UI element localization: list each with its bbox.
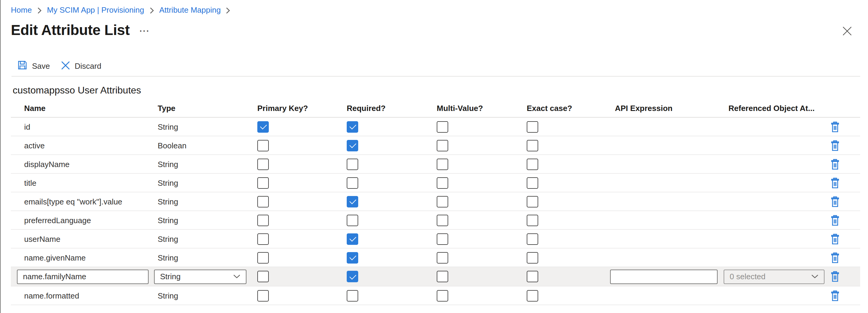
- trash-icon: [830, 271, 840, 282]
- primary-key-checkbox[interactable]: [257, 158, 269, 170]
- trash-icon: [830, 290, 840, 301]
- multi-value-checkbox[interactable]: [437, 271, 448, 282]
- multi-value-checkbox[interactable]: [437, 158, 448, 170]
- delete-attribute-button[interactable]: [830, 290, 840, 301]
- required-checkbox[interactable]: [347, 140, 358, 151]
- primary-key-checkbox[interactable]: [257, 140, 269, 151]
- api-expression-input[interactable]: [610, 269, 718, 284]
- context-menu-button[interactable]: ···: [140, 27, 150, 35]
- required-checkbox[interactable]: [347, 177, 358, 188]
- blade-left-border: [0, 0, 1, 313]
- close-button[interactable]: [842, 26, 852, 36]
- column-header-multi-value: Multi-Value?: [437, 104, 527, 113]
- table-header-row: Name Type Primary Key? Required? Multi-V…: [11, 100, 860, 117]
- close-icon: [842, 29, 852, 38]
- page-title: Edit Attribute List: [11, 22, 130, 39]
- attribute-type: String: [158, 178, 257, 187]
- exact-case-checkbox[interactable]: [527, 177, 538, 188]
- exact-case-checkbox[interactable]: [527, 121, 538, 132]
- required-checkbox[interactable]: [347, 121, 358, 132]
- attribute-type: String: [158, 253, 257, 262]
- multi-value-checkbox[interactable]: [437, 196, 448, 207]
- multi-value-checkbox[interactable]: [437, 214, 448, 226]
- column-header-primary-key: Primary Key?: [257, 104, 347, 113]
- delete-attribute-button[interactable]: [830, 140, 840, 151]
- delete-attribute-button[interactable]: [830, 233, 840, 245]
- attribute-name: name.givenName: [24, 253, 158, 262]
- breadcrumb-link-attribute-mapping[interactable]: Attribute Mapping: [159, 5, 221, 15]
- primary-key-checkbox[interactable]: [257, 271, 269, 282]
- column-header-referenced-object: Referenced Object At...: [728, 104, 830, 113]
- delete-attribute-button[interactable]: [830, 271, 840, 282]
- primary-key-checkbox[interactable]: [257, 214, 269, 226]
- primary-key-checkbox[interactable]: [257, 252, 269, 263]
- multi-value-checkbox[interactable]: [437, 252, 448, 263]
- chevron-right-icon: [226, 7, 230, 14]
- section-title: customappsso User Attributes: [13, 85, 141, 96]
- attribute-row: activeBoolean: [11, 136, 860, 155]
- attribute-type-select[interactable]: String: [154, 269, 246, 284]
- primary-key-checkbox[interactable]: [257, 290, 269, 301]
- attribute-name: title: [24, 178, 158, 187]
- multi-value-checkbox[interactable]: [437, 140, 448, 151]
- attribute-row: name.formattedString: [11, 286, 860, 305]
- multi-value-checkbox[interactable]: [437, 121, 448, 132]
- exact-case-checkbox[interactable]: [527, 233, 538, 245]
- delete-attribute-button[interactable]: [830, 196, 840, 207]
- delete-attribute-button[interactable]: [830, 158, 840, 170]
- multi-value-checkbox[interactable]: [437, 233, 448, 245]
- trash-icon: [830, 252, 840, 263]
- attribute-type: String: [158, 122, 257, 131]
- primary-key-checkbox[interactable]: [257, 196, 269, 207]
- chevron-down-icon: [233, 274, 240, 279]
- exact-case-checkbox[interactable]: [527, 196, 538, 207]
- multi-value-checkbox[interactable]: [437, 290, 448, 301]
- delete-attribute-button[interactable]: [830, 177, 840, 188]
- exact-case-checkbox[interactable]: [527, 271, 538, 282]
- attribute-row: displayNameString: [11, 155, 860, 174]
- attribute-row-editing: String0 selected: [11, 267, 860, 286]
- attribute-name: id: [24, 122, 158, 131]
- required-checkbox[interactable]: [347, 214, 358, 226]
- attribute-row: name.givenNameString: [11, 248, 860, 267]
- attribute-row: emails[type eq "work"].valueString: [11, 193, 860, 211]
- exact-case-checkbox[interactable]: [527, 140, 538, 151]
- trash-icon: [830, 214, 840, 226]
- delete-attribute-button[interactable]: [830, 121, 840, 132]
- discard-label: Discard: [74, 62, 101, 71]
- attribute-row: userNameString: [11, 230, 860, 248]
- required-checkbox[interactable]: [347, 233, 358, 245]
- trash-icon: [830, 158, 840, 170]
- primary-key-checkbox[interactable]: [257, 177, 269, 188]
- primary-key-checkbox[interactable]: [257, 121, 269, 132]
- exact-case-checkbox[interactable]: [527, 158, 538, 170]
- table-body: idStringactiveBooleandisplayNameStringti…: [11, 117, 860, 305]
- attribute-type-value: String: [160, 272, 181, 281]
- required-checkbox[interactable]: [347, 290, 358, 301]
- referenced-object-select[interactable]: 0 selected: [724, 269, 825, 284]
- attribute-name-input[interactable]: [17, 269, 149, 284]
- attribute-name: displayName: [24, 160, 158, 169]
- trash-icon: [830, 140, 840, 151]
- exact-case-checkbox[interactable]: [527, 252, 538, 263]
- delete-attribute-button[interactable]: [830, 214, 840, 226]
- exact-case-checkbox[interactable]: [527, 214, 538, 226]
- breadcrumb-link-provisioning[interactable]: My SCIM App | Provisioning: [47, 5, 144, 15]
- exact-case-checkbox[interactable]: [527, 290, 538, 301]
- primary-key-checkbox[interactable]: [257, 233, 269, 245]
- trash-icon: [830, 121, 840, 132]
- required-checkbox[interactable]: [347, 252, 358, 263]
- trash-icon: [830, 177, 840, 188]
- required-checkbox[interactable]: [347, 158, 358, 170]
- save-button[interactable]: Save: [18, 60, 50, 72]
- breadcrumb-link-home[interactable]: Home: [11, 5, 32, 15]
- attributes-table: Name Type Primary Key? Required? Multi-V…: [11, 100, 860, 305]
- discard-button[interactable]: Discard: [61, 61, 101, 72]
- multi-value-checkbox[interactable]: [437, 177, 448, 188]
- required-checkbox[interactable]: [347, 196, 358, 207]
- trash-icon: [830, 233, 840, 245]
- required-checkbox[interactable]: [347, 271, 358, 282]
- delete-attribute-button[interactable]: [830, 252, 840, 263]
- attribute-row: idString: [11, 117, 860, 136]
- attribute-type: String: [158, 216, 257, 224]
